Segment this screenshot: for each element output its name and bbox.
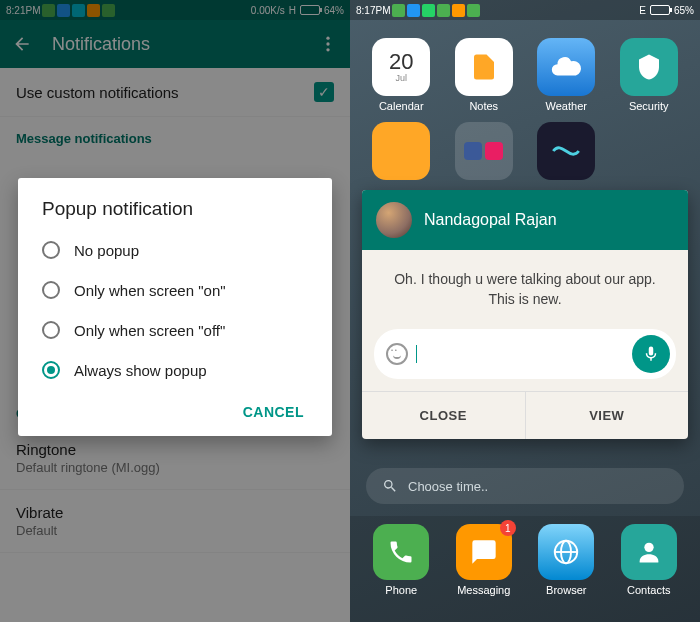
status-battery: 65% [674, 5, 694, 16]
app-label: Security [629, 100, 669, 112]
app-calendar[interactable]: 20 Jul Calendar [360, 38, 443, 112]
popup-header[interactable]: Nandagopal Rajan [362, 190, 688, 250]
app-phone[interactable]: Phone [360, 524, 443, 612]
globe-icon [538, 524, 594, 580]
reply-input-container [374, 329, 676, 379]
status-indicator [422, 4, 435, 17]
cancel-button[interactable]: CANCEL [231, 396, 316, 428]
radio-option-no-popup[interactable]: No popup [18, 230, 332, 270]
status-indicator [452, 4, 465, 17]
message-text: Oh. I though u were talking about our ap… [362, 250, 688, 329]
status-indicator [407, 4, 420, 17]
radio-checked-icon [42, 361, 60, 379]
status-indicator [392, 4, 405, 17]
shield-icon [620, 38, 678, 96]
mic-button[interactable] [632, 335, 670, 373]
search-bar[interactable]: Choose time.. [366, 468, 684, 504]
radio-label: Only when screen "off" [74, 322, 225, 339]
radio-option-always[interactable]: Always show popup [18, 350, 332, 390]
emoji-icon[interactable] [386, 343, 408, 365]
app-keyboard[interactable] [525, 122, 608, 180]
app-label: Phone [385, 584, 417, 596]
status-indicator [437, 4, 450, 17]
text-cursor [416, 345, 417, 363]
contact-name: Nandagopal Rajan [424, 211, 557, 229]
app-messaging[interactable]: 1 Messaging [443, 524, 526, 612]
notification-badge: 1 [500, 520, 516, 536]
phone-right: 8:17PM E 65% 20 Jul Calendar Notes [350, 0, 700, 622]
app-notes[interactable]: Notes [443, 38, 526, 112]
contacts-icon [621, 524, 677, 580]
app-security[interactable]: Security [608, 38, 691, 112]
status-indicator [467, 4, 480, 17]
popup-actions: CLOSE VIEW [362, 391, 688, 439]
whatsapp-popup: Nandagopal Rajan Oh. I though u were tal… [362, 190, 688, 439]
radio-unchecked-icon [42, 281, 60, 299]
app-contacts[interactable]: Contacts [608, 524, 691, 612]
app-label: Contacts [627, 584, 670, 596]
app-label: Weather [546, 100, 587, 112]
status-signal: E [639, 5, 646, 16]
dock: Phone 1 Messaging Browser Contacts [350, 516, 700, 622]
app-label: Notes [469, 100, 498, 112]
app-label: Browser [546, 584, 586, 596]
notes-icon [455, 38, 513, 96]
app-games-folder[interactable] [443, 122, 526, 180]
radio-label: Always show popup [74, 362, 207, 379]
status-time: 8:17PM [356, 5, 390, 16]
search-icon [382, 478, 398, 494]
app-browser[interactable]: Browser [525, 524, 608, 612]
swiftkey-icon [537, 122, 595, 180]
radio-label: No popup [74, 242, 139, 259]
close-button[interactable]: CLOSE [362, 392, 526, 439]
phone-icon [373, 524, 429, 580]
avatar [376, 202, 412, 238]
messaging-icon: 1 [456, 524, 512, 580]
folder-icon [372, 122, 430, 180]
radio-label: Only when screen "on" [74, 282, 226, 299]
popup-notification-dialog: Popup notification No popup Only when sc… [18, 178, 332, 436]
search-placeholder: Choose time.. [408, 479, 488, 494]
radio-unchecked-icon [42, 321, 60, 339]
reply-input[interactable] [425, 346, 624, 362]
view-button[interactable]: VIEW [526, 392, 689, 439]
home-grid: 20 Jul Calendar Notes Weather Security [350, 20, 700, 180]
battery-icon [650, 5, 670, 15]
calendar-icon: 20 Jul [372, 38, 430, 96]
weather-icon [537, 38, 595, 96]
radio-unchecked-icon [42, 241, 60, 259]
svg-point-6 [644, 543, 653, 552]
games-folder-icon [455, 122, 513, 180]
app-label: Messaging [457, 584, 510, 596]
status-bar: 8:17PM E 65% [350, 0, 700, 20]
app-file-manager[interactable] [360, 122, 443, 180]
app-label: Calendar [379, 100, 424, 112]
phone-left: 8:21PM 0.00K/s H 64% Notifications Use c… [0, 0, 350, 622]
app-weather[interactable]: Weather [525, 38, 608, 112]
mic-icon [642, 345, 660, 363]
radio-option-screen-off[interactable]: Only when screen "off" [18, 310, 332, 350]
dialog-title: Popup notification [18, 198, 332, 230]
radio-option-screen-on[interactable]: Only when screen "on" [18, 270, 332, 310]
